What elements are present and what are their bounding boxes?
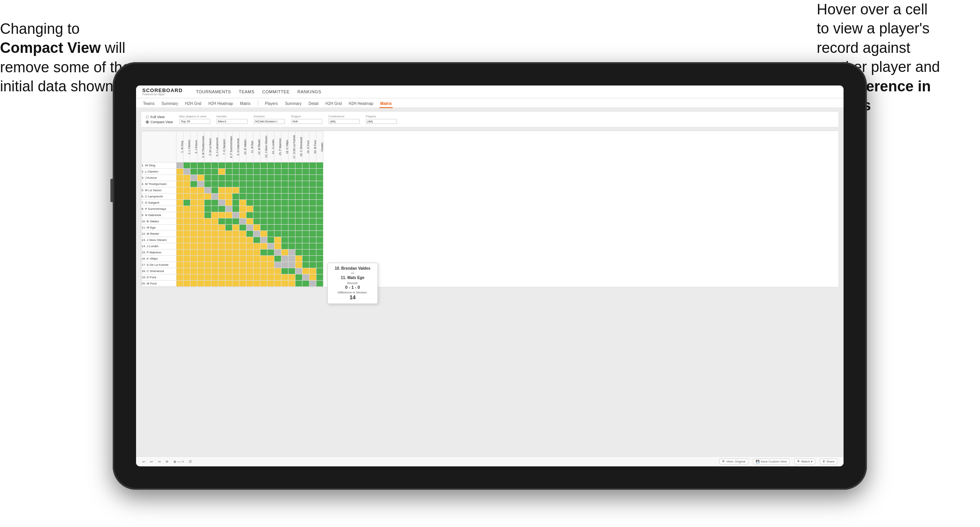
matrix-cell[interactable]: [239, 175, 246, 181]
matrix-cell[interactable]: [204, 162, 211, 169]
matrix-cell[interactable]: [246, 250, 253, 256]
matrix-cell[interactable]: [225, 175, 232, 181]
matrix-cell[interactable]: [309, 187, 316, 194]
matrix-cell[interactable]: [204, 281, 211, 287]
matrix-cell[interactable]: [232, 194, 239, 200]
matrix-cell[interactable]: [260, 194, 267, 200]
matrix-cell[interactable]: [260, 187, 267, 194]
matrix-cell[interactable]: [309, 262, 316, 268]
matrix-cell[interactable]: [302, 162, 309, 169]
matrix-cell[interactable]: [302, 212, 309, 218]
matrix-cell[interactable]: [225, 281, 232, 287]
matrix-cell[interactable]: [183, 250, 190, 256]
matrix-cell[interactable]: [267, 181, 274, 187]
matrix-cell[interactable]: [176, 206, 183, 212]
matrix-cell[interactable]: [281, 218, 288, 225]
matrix-cell[interactable]: [253, 256, 260, 262]
matrix-cell[interactable]: [295, 175, 302, 181]
matrix-cell[interactable]: [218, 187, 225, 194]
matrix-cell[interactable]: [260, 200, 267, 206]
conference-select[interactable]: (All): [328, 119, 360, 124]
matrix-cell[interactable]: [309, 162, 316, 169]
matrix-cell[interactable]: [267, 200, 274, 206]
matrix-cell[interactable]: [302, 200, 309, 206]
matrix-cell[interactable]: [176, 218, 183, 225]
matrix-cell[interactable]: [253, 212, 260, 218]
matrix-cell[interactable]: [211, 268, 218, 274]
matrix-cell[interactable]: [274, 162, 281, 169]
tab-matrix-right[interactable]: Matrix: [379, 100, 392, 108]
matrix-cell[interactable]: [232, 281, 239, 287]
matrix-cell[interactable]: [267, 256, 274, 262]
matrix-cell[interactable]: [225, 268, 232, 274]
matrix-cell[interactable]: [211, 200, 218, 206]
matrix-cell[interactable]: [267, 250, 274, 256]
matrix-cell[interactable]: [197, 231, 204, 237]
matrix-cell[interactable]: [218, 250, 225, 256]
matrix-cell[interactable]: [190, 281, 197, 287]
matrix-cell[interactable]: [281, 231, 288, 237]
tab-detail[interactable]: Detail: [308, 100, 320, 108]
matrix-cell[interactable]: [260, 169, 267, 175]
matrix-cell[interactable]: [197, 262, 204, 268]
matrix-cell[interactable]: [316, 274, 323, 281]
max-players-select[interactable]: Top 25: [179, 119, 210, 124]
matrix-cell[interactable]: [267, 237, 274, 243]
matrix-cell[interactable]: [309, 268, 316, 274]
matrix-cell[interactable]: [176, 268, 183, 274]
matrix-cell[interactable]: [316, 200, 323, 206]
matrix-cell[interactable]: [197, 243, 204, 250]
matrix-cell[interactable]: [295, 187, 302, 194]
full-view-option[interactable]: Full View: [146, 115, 173, 119]
matrix-cell[interactable]: [309, 281, 316, 287]
matrix-cell[interactable]: [190, 175, 197, 181]
matrix-cell[interactable]: [176, 162, 183, 169]
matrix-cell[interactable]: [218, 181, 225, 187]
matrix-cell[interactable]: [246, 200, 253, 206]
matrix-cell[interactable]: [260, 274, 267, 281]
matrix-container[interactable]: 1. W Ding 2. L Clanton 3. J Koivun 4. M …: [141, 131, 839, 287]
matrix-cell[interactable]: [197, 194, 204, 200]
matrix-cell[interactable]: [288, 181, 295, 187]
matrix-cell[interactable]: [190, 162, 197, 169]
matrix-cell[interactable]: [218, 268, 225, 274]
matrix-cell[interactable]: [260, 181, 267, 187]
matrix-cell[interactable]: [183, 187, 190, 194]
matrix-cell[interactable]: [267, 162, 274, 169]
matrix-cell[interactable]: [190, 200, 197, 206]
matrix-cell[interactable]: [211, 187, 218, 194]
matrix-cell[interactable]: [281, 262, 288, 268]
matrix-cell[interactable]: [281, 212, 288, 218]
matrix-cell[interactable]: [253, 281, 260, 287]
matrix-cell[interactable]: [246, 256, 253, 262]
matrix-cell[interactable]: [176, 231, 183, 237]
matrix-cell[interactable]: [288, 206, 295, 212]
matrix-cell[interactable]: [183, 231, 190, 237]
matrix-cell[interactable]: [295, 181, 302, 187]
matrix-cell[interactable]: [232, 256, 239, 262]
matrix-cell[interactable]: [239, 274, 246, 281]
matrix-cell[interactable]: [309, 274, 316, 281]
matrix-cell[interactable]: [309, 218, 316, 225]
undo2-icon[interactable]: ↩: [150, 460, 153, 464]
matrix-cell[interactable]: [253, 231, 260, 237]
matrix-cell[interactable]: [211, 169, 218, 175]
matrix-cell[interactable]: [281, 169, 288, 175]
matrix-cell[interactable]: [309, 181, 316, 187]
matrix-cell[interactable]: [267, 212, 274, 218]
matrix-cell[interactable]: [218, 162, 225, 169]
matrix-cell[interactable]: [190, 225, 197, 231]
matrix-cell[interactable]: [190, 274, 197, 281]
matrix-cell[interactable]: [274, 181, 281, 187]
matrix-cell[interactable]: [302, 194, 309, 200]
matrix-cell[interactable]: [204, 187, 211, 194]
matrix-cell[interactable]: [218, 212, 225, 218]
matrix-cell[interactable]: [253, 181, 260, 187]
matrix-cell[interactable]: [288, 212, 295, 218]
matrix-cell[interactable]: [316, 268, 323, 274]
matrix-cell[interactable]: [302, 187, 309, 194]
matrix-cell[interactable]: [183, 262, 190, 268]
matrix-cell[interactable]: [232, 212, 239, 218]
matrix-cell[interactable]: [274, 225, 281, 231]
matrix-cell[interactable]: [260, 162, 267, 169]
